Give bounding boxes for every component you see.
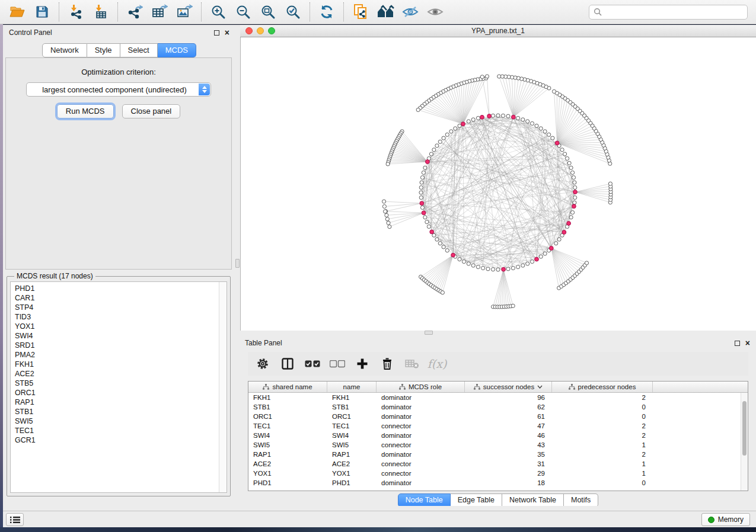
export-table-icon[interactable]	[149, 2, 170, 22]
column-header-name[interactable]: name	[327, 382, 377, 392]
cell-name: TEC1	[327, 421, 377, 431]
cell-shared-name: STB1	[248, 402, 327, 412]
tab-select[interactable]: Select	[120, 43, 158, 57]
horizontal-splitter[interactable]	[240, 331, 756, 335]
first-neighbors-icon[interactable]	[375, 2, 396, 22]
table-row[interactable]: ACE2ACE2connector311	[248, 459, 748, 469]
tab-node-table[interactable]: Node Table	[398, 493, 451, 507]
cell-mcds-role: connector	[377, 440, 465, 450]
tab-mcds[interactable]: MCDS	[158, 43, 196, 57]
table-row[interactable]: TEC1TEC1connector472	[248, 421, 748, 431]
run-mcds-button[interactable]: Run MCDS	[57, 104, 114, 118]
network-canvas[interactable]	[240, 37, 756, 331]
open-file-icon[interactable]	[7, 2, 28, 22]
optimization-criterion-label: Optimization criterion:	[6, 68, 231, 76]
mcds-result-item[interactable]: SWI4	[11, 331, 227, 341]
table-row[interactable]: YOX1YOX1connector291	[248, 469, 748, 478]
dropdown-stepper-icon	[199, 84, 210, 95]
network-titlebar: YPA_prune.txt_1	[240, 25, 756, 37]
zoom-fit-icon[interactable]	[257, 2, 279, 22]
show-columns-icon[interactable]	[278, 354, 297, 373]
criterion-dropdown[interactable]: largest connected component (undirected)	[26, 82, 211, 97]
mcds-result-item[interactable]: RAP1	[11, 398, 227, 407]
select-all-icon[interactable]	[303, 354, 322, 373]
cell-name: SWI4	[327, 431, 377, 440]
mcds-result-item[interactable]: ORC1	[11, 388, 227, 398]
search-input[interactable]	[605, 7, 747, 18]
vertical-splitter[interactable]	[235, 25, 240, 511]
column-header-predecessor-nodes[interactable]: predecessor nodes	[552, 382, 653, 392]
hide-selected-icon[interactable]	[400, 2, 421, 22]
tab-network-table[interactable]: Network Table	[502, 493, 564, 507]
float-window-icon[interactable]	[735, 341, 740, 346]
deselect-all-icon[interactable]	[328, 354, 347, 373]
cell-successor-nodes: 46	[465, 431, 552, 440]
save-session-icon[interactable]	[31, 2, 53, 22]
cell-successor-nodes: 29	[465, 469, 552, 478]
table-row[interactable]: RAP1RAP1dominator352	[248, 450, 748, 459]
mcds-result-item[interactable]: CAR1	[11, 293, 227, 303]
scrollbar-thumb[interactable]	[742, 401, 747, 456]
float-window-icon[interactable]	[214, 30, 219, 36]
cell-mcds-role: connector	[377, 469, 465, 478]
tab-motifs[interactable]: Motifs	[564, 493, 598, 507]
splitter-grip[interactable]	[235, 259, 240, 268]
status-bar: Memory	[3, 511, 756, 527]
table-settings-icon[interactable]	[253, 354, 272, 373]
network-graph[interactable]	[241, 37, 756, 331]
show-all-icon[interactable]	[425, 2, 446, 22]
show-panels-button[interactable]	[6, 513, 24, 526]
mcds-result-item[interactable]: TID3	[11, 312, 227, 322]
mcds-result-box: MCDS result (17 nodes) PHD1CAR1STP4TID3Y…	[7, 276, 231, 496]
cell-mcds-role: dominator	[377, 402, 465, 412]
close-panel-icon[interactable]: ×	[225, 30, 229, 36]
tab-network[interactable]: Network	[42, 43, 87, 57]
mcds-result-item[interactable]: STB1	[11, 407, 227, 416]
export-image-icon[interactable]	[174, 2, 195, 22]
zoom-out-icon[interactable]	[232, 2, 254, 22]
result-scrollbar[interactable]	[219, 282, 227, 492]
mcds-result-item[interactable]: YOX1	[11, 322, 227, 331]
table-row[interactable]: FKH1FKH1dominator962	[248, 393, 748, 402]
mcds-result-item[interactable]: SWI5	[11, 416, 227, 426]
cell-mcds-role: connector	[377, 459, 465, 469]
search-box[interactable]	[589, 5, 748, 20]
import-network-icon[interactable]	[65, 2, 87, 22]
close-panel-button[interactable]: Close panel	[122, 104, 181, 118]
zoom-in-icon[interactable]	[208, 2, 229, 22]
cell-name: RAP1	[327, 450, 377, 459]
column-header-shared-name[interactable]: shared name	[248, 382, 327, 392]
table-row[interactable]: SWI5SWI5connector431	[248, 440, 748, 450]
mcds-result-item[interactable]: PHD1	[11, 284, 227, 293]
table-row[interactable]: SWI4SWI4dominator462	[248, 431, 748, 440]
delete-rows-icon[interactable]	[378, 354, 397, 373]
table-row[interactable]: STB1STB1dominator620	[248, 402, 748, 412]
mcds-result-item[interactable]: SRD1	[11, 341, 227, 350]
cell-predecessor-nodes: 0	[552, 478, 653, 488]
mcds-result-item[interactable]: FKH1	[11, 360, 227, 369]
mcds-result-item[interactable]: GCR1	[11, 435, 227, 445]
cell-mcds-role: dominator	[377, 478, 465, 488]
splitter-grip[interactable]	[425, 331, 433, 335]
mcds-result-item[interactable]: PMA2	[11, 350, 227, 360]
tab-style[interactable]: Style	[87, 43, 120, 57]
column-header-successor-nodes[interactable]: successor nodes	[465, 382, 552, 392]
cell-successor-nodes: 96	[465, 393, 552, 402]
table-row[interactable]: ORC1ORC1dominator610	[248, 412, 748, 421]
tab-edge-table[interactable]: Edge Table	[451, 493, 502, 507]
add-row-icon[interactable]	[353, 354, 372, 373]
import-table-icon[interactable]	[90, 2, 111, 22]
mcds-result-item[interactable]: ACE2	[11, 369, 227, 379]
mcds-result-item[interactable]: STP4	[11, 303, 227, 312]
export-network-icon[interactable]	[124, 2, 145, 22]
column-header-mcds-role[interactable]: MCDS role	[377, 382, 465, 392]
mcds-result-item[interactable]: TEC1	[11, 426, 227, 435]
memory-button[interactable]: Memory	[701, 513, 750, 526]
new-network-from-selection-icon[interactable]	[350, 2, 371, 22]
close-panel-icon[interactable]: ×	[745, 340, 750, 346]
desktop-wallpaper-bottom	[0, 527, 756, 532]
apply-layout-icon[interactable]	[316, 2, 337, 22]
zoom-selected-icon[interactable]	[282, 2, 304, 22]
table-row[interactable]: PHD1PHD1dominator180	[248, 478, 748, 488]
mcds-result-item[interactable]: STB5	[11, 379, 227, 388]
